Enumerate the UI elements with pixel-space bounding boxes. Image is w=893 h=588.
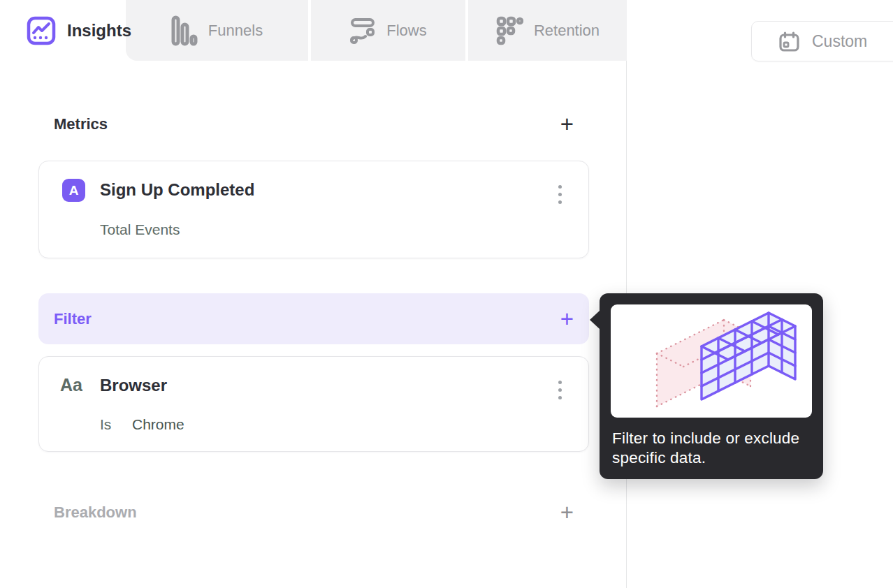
metric-measurement[interactable]: Total Events (100, 221, 180, 238)
tab-retention[interactable]: Retention (468, 0, 627, 61)
metric-card[interactable]: A Sign Up Completed Total Events (38, 161, 589, 258)
metrics-section-header: Metrics + (38, 113, 589, 135)
tab-funnels[interactable]: Funnels (126, 0, 308, 61)
flows-icon (349, 17, 376, 44)
tooltip-arrow (590, 311, 600, 329)
inactive-tab-group: Funnels Flows (126, 0, 627, 61)
tooltip-caption: Filter to include or exclude specific da… (612, 429, 812, 468)
string-property-icon: Aa (60, 375, 82, 395)
metric-letter-badge: A (62, 179, 85, 202)
tab-label: Funnels (208, 22, 263, 40)
retention-icon (495, 16, 523, 45)
metric-kebab-menu-icon[interactable] (556, 182, 565, 207)
breakdown-title: Breakdown (54, 504, 137, 522)
tab-flows[interactable]: Flows (311, 0, 465, 61)
insights-icon (27, 16, 56, 45)
metrics-title: Metrics (54, 115, 108, 133)
filter-card[interactable]: Aa Browser Is Chrome (38, 356, 589, 452)
filter-tooltip: Filter to include or exclude specific da… (600, 293, 823, 479)
filter-title: Filter (54, 310, 92, 328)
query-builder-panel: Funnels Flows (0, 0, 627, 588)
filter-kebab-menu-icon[interactable] (556, 378, 565, 402)
tab-label: Flows (386, 22, 426, 40)
tab-insights[interactable]: Insights (0, 0, 126, 61)
filter-section-header: Filter + (38, 293, 589, 344)
date-range-custom-button[interactable]: Custom (751, 21, 893, 61)
add-metric-button[interactable]: + (560, 114, 574, 135)
tab-label: Insights (67, 21, 131, 41)
filter-property-name[interactable]: Browser (100, 376, 167, 395)
funnels-icon (171, 15, 198, 46)
tab-label: Retention (534, 22, 600, 40)
metric-name[interactable]: Sign Up Completed (100, 180, 254, 200)
add-filter-button[interactable]: + (560, 309, 574, 330)
report-type-tabbar: Funnels Flows (0, 0, 627, 61)
filter-cube-illustration (611, 304, 812, 418)
calendar-icon (778, 31, 800, 52)
custom-button-label: Custom (812, 32, 867, 51)
filter-value[interactable]: Chrome (132, 416, 184, 433)
add-breakdown-button[interactable]: + (560, 502, 574, 523)
filter-operator[interactable]: Is (100, 416, 111, 433)
breakdown-section-header: Breakdown + (38, 501, 589, 524)
